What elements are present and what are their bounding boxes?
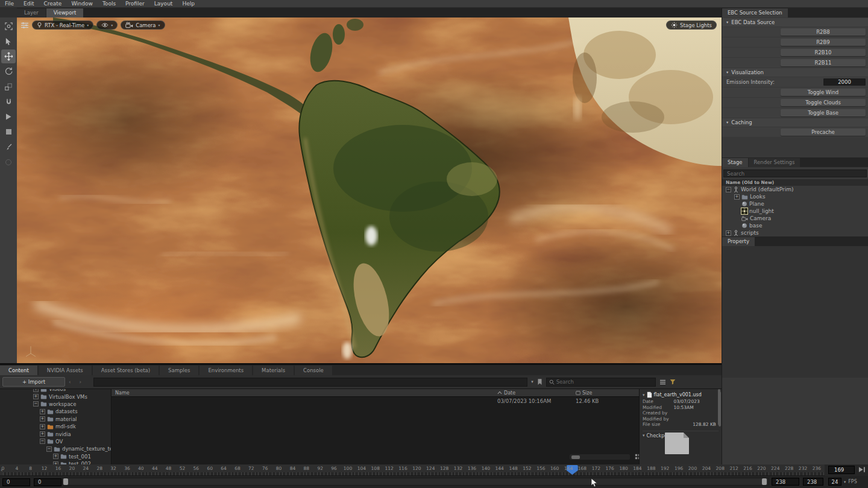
history-nav[interactable]: ‹› bbox=[69, 379, 90, 385]
tab-nvidia-assets[interactable]: NVIDIA Assets bbox=[39, 366, 92, 375]
rotate-tool-button[interactable] bbox=[1, 65, 16, 78]
range-handle-left[interactable] bbox=[63, 478, 68, 485]
scale-tool-button[interactable] bbox=[1, 80, 16, 93]
toggle-clouds-button[interactable]: Toggle Clouds bbox=[781, 99, 866, 106]
menu-edit[interactable]: Edit bbox=[19, 0, 39, 8]
collapse-icon[interactable]: − bbox=[726, 187, 731, 192]
folder-test-002[interactable]: +test_002 bbox=[0, 460, 111, 464]
skip-to-end-icon[interactable] bbox=[858, 466, 866, 473]
path-bar[interactable] bbox=[93, 378, 527, 387]
range-slider[interactable] bbox=[62, 478, 769, 486]
precache-button[interactable]: Precache bbox=[781, 128, 866, 136]
stage-item-looks[interactable]: +Looks bbox=[722, 193, 868, 200]
r2b9-button[interactable]: R2B9 bbox=[781, 39, 866, 46]
tab-content[interactable]: Content bbox=[0, 366, 37, 375]
move-tool-button[interactable] bbox=[1, 49, 16, 63]
tab-stage[interactable]: Stage bbox=[722, 158, 748, 167]
fps-dropdown-icon[interactable]: ▾ bbox=[844, 480, 846, 484]
tab-console[interactable]: Console bbox=[295, 366, 332, 375]
collapse-icon[interactable]: − bbox=[46, 446, 52, 452]
select-tool-button[interactable] bbox=[1, 34, 16, 48]
column-name[interactable]: Name bbox=[112, 390, 497, 396]
section-header-ebc-data-source[interactable]: ▾EBC Data Source bbox=[722, 18, 868, 27]
scrollbar-handle[interactable] bbox=[571, 455, 580, 459]
frame-select-tool-button[interactable] bbox=[1, 19, 16, 33]
collapse-icon[interactable]: − bbox=[40, 439, 45, 444]
view-visibility-button[interactable]: ▾ bbox=[96, 21, 118, 30]
folder-workspace[interactable]: −workspace bbox=[0, 401, 111, 408]
renderer-selector[interactable]: RTX - Real-Time ▾ bbox=[32, 21, 93, 30]
checkpoint-thumbnail[interactable] bbox=[665, 433, 689, 454]
menu-create[interactable]: Create bbox=[39, 0, 67, 8]
stage-search[interactable] bbox=[723, 170, 867, 177]
folder-test-001[interactable]: +test_001 bbox=[0, 453, 111, 460]
viewport-settings-icon[interactable] bbox=[20, 22, 29, 29]
column-date[interactable]: Date bbox=[497, 390, 576, 396]
content-search[interactable] bbox=[546, 378, 656, 387]
column-size[interactable]: Size bbox=[576, 390, 636, 396]
emission-intensity-field[interactable]: 2000 bbox=[823, 78, 866, 86]
section-header-caching[interactable]: ▾Caching bbox=[722, 118, 868, 127]
expand-icon[interactable]: + bbox=[40, 431, 45, 437]
menu-help[interactable]: Help bbox=[177, 0, 200, 8]
menu-window[interactable]: Window bbox=[66, 0, 98, 8]
stage-lights-button[interactable]: Stage Lights bbox=[666, 21, 717, 30]
folder-nvidia[interactable]: +nvidia bbox=[0, 430, 111, 437]
paint-tool-button[interactable] bbox=[1, 140, 16, 154]
content-search-input[interactable] bbox=[556, 379, 641, 385]
expand-icon[interactable]: + bbox=[40, 409, 45, 414]
menu-tools[interactable]: Tools bbox=[98, 0, 121, 8]
stage-item-base[interactable]: base bbox=[722, 222, 868, 229]
stage-item-world-defaultprim[interactable]: −World (defaultPrim) bbox=[722, 186, 868, 193]
range-start-field[interactable] bbox=[2, 478, 30, 486]
expand-icon[interactable]: + bbox=[33, 394, 39, 399]
r2b8-button[interactable]: R2B8 bbox=[781, 28, 866, 36]
import-button[interactable]: + Import bbox=[2, 377, 65, 387]
r2b11-button[interactable]: R2B11 bbox=[781, 59, 866, 66]
folder-dynamic-texture-tex[interactable]: −dynamic_texture_tex bbox=[0, 445, 111, 452]
tab-property[interactable]: Property bbox=[722, 237, 755, 246]
stage-search-input[interactable] bbox=[727, 171, 852, 177]
stage-item-null-light[interactable]: null_light bbox=[722, 208, 868, 215]
tab-layer[interactable]: Layer bbox=[17, 8, 46, 17]
camera-selector[interactable]: Camera ▾ bbox=[121, 21, 165, 30]
horizontal-scrollbar[interactable] bbox=[570, 454, 630, 460]
bookmark-icon[interactable] bbox=[537, 378, 542, 385]
path-dropdown-icon[interactable]: ▾ bbox=[531, 379, 533, 384]
tab-viewport[interactable]: Viewport bbox=[46, 8, 84, 17]
folder-mdl-sdk[interactable]: +mdl-sdk bbox=[0, 423, 111, 430]
section-header-visualization[interactable]: ▾Visualization bbox=[722, 68, 868, 77]
collapse-icon[interactable]: − bbox=[33, 401, 39, 407]
tab-asset-stores-beta[interactable]: Asset Stores (beta) bbox=[93, 366, 159, 375]
menu-profiler[interactable]: Profiler bbox=[121, 0, 149, 8]
expand-icon[interactable]: + bbox=[40, 424, 45, 429]
range-handle-right[interactable] bbox=[762, 478, 767, 485]
fps-field[interactable]: 24 bbox=[828, 478, 841, 486]
folder-material[interactable]: +material bbox=[0, 416, 111, 423]
stage-item-camera[interactable]: Camera bbox=[722, 215, 868, 222]
current-frame-field[interactable] bbox=[828, 466, 855, 474]
menu-file[interactable]: File bbox=[0, 0, 19, 8]
expand-icon[interactable]: + bbox=[33, 389, 39, 392]
frame-start-field[interactable] bbox=[34, 478, 61, 486]
folder-datasets[interactable]: +datasets bbox=[0, 408, 111, 415]
r2b10-button[interactable]: R2B10 bbox=[781, 49, 866, 56]
extra-tool-button[interactable] bbox=[1, 155, 16, 169]
snap-tool-button[interactable] bbox=[1, 95, 16, 109]
tab-ebc-source-selection[interactable]: EBC Source Selection bbox=[722, 8, 788, 17]
menu-layout[interactable]: Layout bbox=[149, 0, 178, 8]
stage-item-plane[interactable]: Plane bbox=[722, 200, 868, 208]
toggle-base-button[interactable]: Toggle Base bbox=[781, 109, 866, 116]
toggle-wind-button[interactable]: Toggle Wind bbox=[781, 89, 866, 96]
folder-ov[interactable]: −OV bbox=[0, 438, 111, 445]
stage-item-scripts[interactable]: +scripts bbox=[722, 229, 868, 236]
filter-icon[interactable] bbox=[670, 379, 676, 385]
expand-icon[interactable]: + bbox=[40, 416, 45, 422]
collapse-icon[interactable]: ▾ bbox=[643, 393, 645, 398]
stop-tool-button[interactable] bbox=[1, 125, 16, 139]
list-view-icon[interactable] bbox=[659, 379, 666, 385]
tab-samples[interactable]: Samples bbox=[160, 366, 198, 375]
frame-end-field[interactable] bbox=[803, 478, 823, 486]
range-end-field[interactable] bbox=[772, 478, 799, 486]
viewport-canvas[interactable]: RTX - Real-Time ▾ ▾ Camera ▾ Stage Light… bbox=[17, 17, 722, 363]
